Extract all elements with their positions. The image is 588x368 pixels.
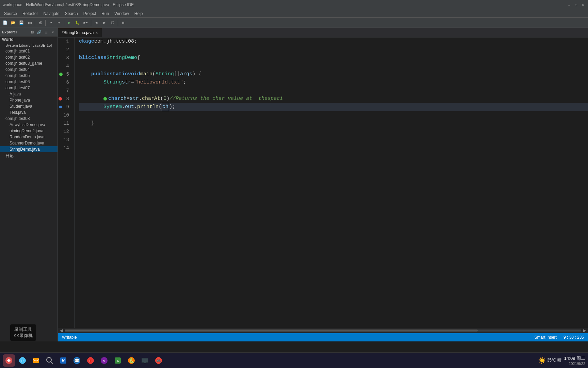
svg-text:V: V	[103, 359, 105, 363]
sidebar-item-test01[interactable]: com.jh.test01	[0, 48, 58, 54]
code-line-7	[79, 87, 588, 95]
sidebar-item-test05[interactable]: com.jh.test05	[0, 73, 58, 79]
sidebar-collapse-btn[interactable]: ⊟	[30, 29, 35, 35]
sidebar-menu-btn[interactable]: ☰	[43, 29, 49, 35]
maximize-button[interactable]: □	[574, 2, 578, 7]
tb-redo[interactable]: ↪	[55, 19, 63, 27]
taskbar-icon-0[interactable]	[3, 354, 15, 367]
scroll-left-btn[interactable]: ◀	[59, 328, 63, 333]
sidebar-item-random[interactable]: RandomDemo.java	[0, 134, 58, 140]
sidebar-item-phone-java[interactable]: Phone.java	[0, 97, 58, 103]
sidebar-item-test03[interactable]: com.jh.test03_game	[0, 60, 58, 66]
close-button[interactable]: ×	[581, 2, 585, 7]
tb-run[interactable]: ▶	[66, 19, 73, 27]
clock-date: 2021/6/22	[564, 362, 585, 366]
svg-rect-3	[33, 358, 39, 363]
svg-text:W: W	[62, 359, 65, 364]
tb-back[interactable]: ◀	[93, 19, 100, 27]
menu-search[interactable]: Search	[62, 10, 81, 17]
code-line-1: ckage com.jh.test08;	[79, 37, 588, 46]
line-num-14: 14	[58, 144, 72, 152]
menu-bar: Source Refactor Navigate Search Project …	[0, 10, 588, 18]
toolbar-separator-4	[91, 20, 91, 26]
toolbar-separator-5	[118, 20, 118, 26]
tab-label: *StringDemo.java	[62, 30, 94, 35]
line-num-12: 12	[58, 127, 72, 136]
scrollbar-area: ◀ ▶	[58, 328, 588, 333]
tb-run-config[interactable]: ▶▾	[82, 19, 89, 27]
line-num-7: 7	[58, 87, 72, 95]
minimize-button[interactable]: –	[567, 2, 572, 7]
taskbar-icon-3[interactable]	[44, 354, 56, 367]
scrollbar-thumb	[65, 329, 478, 332]
taskbar-icon-5[interactable]: 💬	[71, 354, 83, 367]
sidebar-link-btn[interactable]: 🔗	[36, 29, 42, 35]
svg-text:🎮: 🎮	[156, 358, 161, 363]
line-num-4: 4	[58, 62, 72, 70]
line-num-2: 2	[58, 46, 72, 54]
svg-text:E: E	[89, 359, 92, 363]
toolbar-separator-2	[45, 20, 46, 26]
sidebar-item-test08[interactable]: com.jh.test08	[0, 116, 58, 122]
sidebar-close-btn[interactable]: ×	[50, 29, 55, 35]
scroll-right-btn[interactable]: ▶	[583, 328, 587, 333]
tb-open[interactable]: 📂	[10, 19, 17, 27]
tb-open-type[interactable]: ⬡	[109, 19, 116, 27]
weather-temp: 35°C 晴	[547, 357, 561, 363]
sidebar-item-a-java[interactable]: A.java	[0, 91, 58, 97]
tab-stringdemo[interactable]: *StringDemo.java ×	[58, 28, 102, 37]
tb-new[interactable]: 📄	[1, 19, 9, 27]
sidebar-item-arraylist[interactable]: ArrayListDemo.java	[0, 122, 58, 128]
taskbar-icon-7[interactable]: V	[98, 354, 110, 367]
sidebar-item-system-library[interactable]: System Library [JavaSE-15]	[0, 43, 58, 48]
tb-forward[interactable]: ▶	[101, 19, 108, 27]
tb-debug[interactable]: 🐛	[74, 19, 81, 27]
status-right: Smart Insert 9 : 30 : 235	[535, 335, 584, 340]
tb-save[interactable]: 💾	[18, 19, 25, 27]
code-content[interactable]: ckage com.jh.test08; blic class StringDe…	[75, 37, 588, 328]
sidebar-item-scanner[interactable]: ScannerDemo.java	[0, 140, 58, 146]
window-title: workspace - HelloWorld/src/com/jh/test08…	[3, 2, 567, 7]
taskbar-icon-11[interactable]: 🎮	[152, 354, 165, 367]
sidebar-item-test06[interactable]: com.jh.test06	[0, 79, 58, 85]
menu-refactor[interactable]: Refactor	[20, 10, 40, 17]
tb-save-all[interactable]: 🗃	[26, 19, 33, 27]
sidebar-item-student-java[interactable]: Student.java	[0, 103, 58, 109]
sidebar-item-niming[interactable]: nimingDemo2.java	[0, 128, 58, 134]
taskbar-icon-6[interactable]: E	[84, 354, 97, 367]
sidebar-item-diary[interactable]: 日记	[0, 152, 58, 159]
taskbar-icon-8[interactable]: A	[112, 354, 124, 367]
taskbar-icon-10[interactable]	[139, 354, 151, 367]
tb-maximize[interactable]: ⊞	[119, 19, 127, 27]
sidebar-item-world[interactable]: World	[0, 36, 58, 43]
menu-window[interactable]: Window	[112, 10, 132, 17]
taskbar-icon-1[interactable]: e	[16, 354, 29, 367]
svg-text:A: A	[117, 359, 119, 363]
menu-run[interactable]: Run	[99, 10, 112, 17]
cursor: ch	[162, 103, 169, 111]
line-numbers: 1 2 3 4 5 6 7 8	[58, 37, 75, 328]
taskbar-icon-4[interactable]: W	[57, 354, 69, 367]
menu-help[interactable]: Help	[132, 10, 146, 17]
toolbar-separator-1	[35, 20, 35, 26]
horizontal-scrollbar[interactable]	[65, 329, 581, 332]
editor-area: *StringDemo.java × 1 2 3 4 5	[58, 28, 588, 341]
taskbar-icon-2[interactable]	[30, 354, 42, 367]
menu-project[interactable]: Project	[81, 10, 99, 17]
tb-undo[interactable]: ↩	[47, 19, 54, 27]
sidebar-item-test07[interactable]: com.jh.test07	[0, 85, 58, 91]
tb-print[interactable]: 🖨	[36, 19, 44, 27]
code-line-9: System . out . println ( ch );	[79, 103, 588, 111]
taskbar-icon-9[interactable]: 🐍	[125, 354, 137, 367]
tab-bar: *StringDemo.java ×	[58, 28, 588, 37]
code-line-13	[79, 136, 588, 144]
menu-navigate[interactable]: Navigate	[40, 10, 62, 17]
menu-source[interactable]: Source	[1, 10, 20, 17]
code-line-5: public static void main ( String [] args…	[79, 70, 588, 78]
tab-close-button[interactable]: ×	[96, 31, 98, 35]
sidebar-item-test04[interactable]: com.jh.test04	[0, 66, 58, 73]
sidebar-item-test02[interactable]: com.jh.test02	[0, 54, 58, 60]
sidebar-item-test-java[interactable]: Test.java	[0, 109, 58, 116]
code-line-3: blic class StringDemo {	[79, 54, 588, 62]
sidebar-item-stringdemo[interactable]: StringDemo.java	[0, 146, 58, 152]
